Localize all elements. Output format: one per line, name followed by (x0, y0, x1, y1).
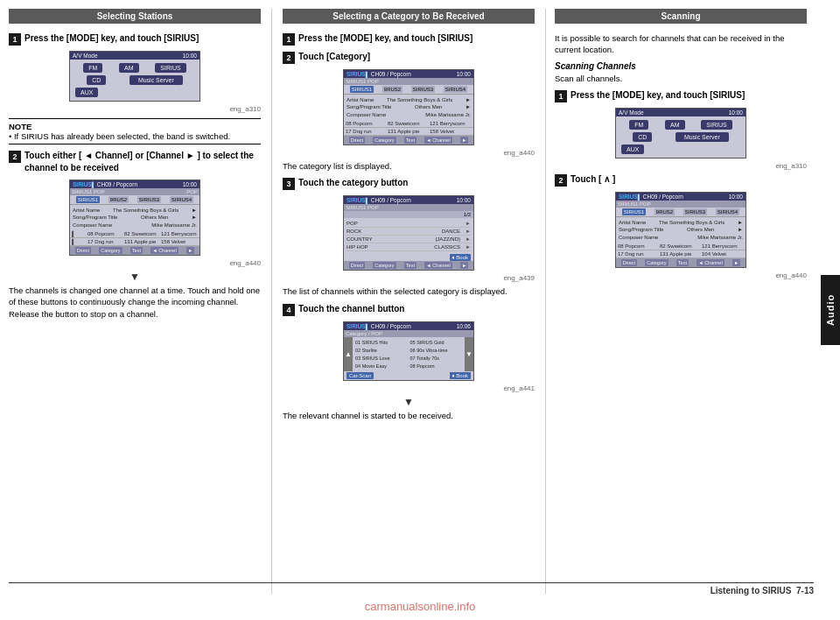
col1-caption2: eng_a440 (9, 259, 261, 267)
col3-step1-num: 1 (555, 90, 567, 102)
col1-note-bullet: • If SIRIUS has already been selected, t… (9, 131, 261, 141)
col3-step2-text: Touch [ ∧ ] (570, 173, 615, 186)
col2-body1: The category list is displayed. (283, 160, 535, 172)
col2-step4: 4 Touch the channel button (283, 303, 535, 316)
col1-step2: 2 Touch either [ ◄ Channel] or [Channel … (9, 150, 261, 174)
nav-down[interactable]: ▼ (465, 337, 473, 371)
rv3-btn-aux[interactable]: AUX (621, 144, 644, 154)
audio-tab-label: Audio (825, 294, 836, 326)
col2-step1-text: Press the [MODE] key, and touch [SIRIUS] (298, 32, 472, 45)
col1-header: Selecting Stations (9, 9, 261, 24)
divider-2 (545, 9, 546, 594)
sirius-info-row2: Song/Program Title Others Men ► (73, 214, 197, 221)
footer-text: Listening to SIRIUS 7-13 (710, 586, 814, 595)
col1-step1-text: Press the [MODE] key, and touch [SIRIUS] (24, 32, 199, 45)
rv-mode-screen-1: A/V Mode 10:00 FM AM SIRIUS CD Music Ser… (69, 51, 200, 102)
col2-step3: 3 Touch the category button (283, 177, 535, 190)
col3-caption1: eng_a310 (555, 162, 807, 170)
sirius-channels-1: SIRIUS1 9RUS2 SIRIUS3 SIRIUS4 (70, 195, 200, 205)
rv-btn-music[interactable]: Music Server (130, 75, 183, 85)
btn-direct[interactable]: Direct (75, 247, 91, 254)
rv-btn-am[interactable]: AM (119, 63, 139, 73)
scanning-channels-title: Scanning Channels (555, 61, 807, 71)
sirius-row-1: ▌ 08 Popcorn 82 Sweetcorn 121 Berryscorn (70, 230, 200, 238)
col2-step2-num: 2 (283, 52, 295, 64)
rv3-btn-music[interactable]: Music Server (676, 132, 729, 142)
btn-book[interactable]: ♦ Book (450, 254, 471, 261)
cat-pop[interactable]: POP► (346, 220, 471, 228)
btn-cat-scan[interactable]: Cat-Scan (346, 372, 374, 379)
footer: Listening to SIRIUS 7-13 (9, 582, 814, 595)
col-selecting-category: Selecting a Category to Be Received 1 Pr… (276, 9, 542, 594)
sirius-rows-1: ▌ 08 Popcorn 82 Sweetcorn 121 Berryscorn… (70, 230, 200, 246)
col2-arrow: ▼ (283, 396, 535, 408)
col1-note: NOTE • If SIRIUS has already been select… (9, 118, 261, 144)
rv3-btn-sirius[interactable]: SIRIUS (701, 120, 732, 130)
col2-caption3: eng_a441 (283, 384, 535, 392)
category-list: POP► ROCKDANCE► COUNTRY(JAZZ/ND)► HIP HO… (344, 218, 473, 253)
col2-step1-num: 1 (283, 33, 295, 46)
divider-1 (271, 9, 272, 594)
rv3-btn-am[interactable]: AM (665, 120, 685, 130)
category-screen: SIRIUS▌ CH09 / Popcorn 10:00 SIRIUS1 POP… (343, 195, 474, 271)
sirius-bottom-1: Direct Category Text ◄ Channel ► (70, 246, 200, 255)
col1-note-title: NOTE (9, 122, 261, 131)
rv-title: A/V Mode (73, 53, 98, 59)
rv-btn-aux[interactable]: AUX (75, 88, 98, 97)
rv-mode-screen-3: A/V Mode 10:00 FM AM SIRIUS CD Music Ser… (615, 108, 746, 159)
col1-body1: The channels is changed one channel at a… (9, 285, 261, 320)
sirius-screen-1: SIRIUS▌ CH09 / Popcorn 10:00 SIRIUS1 POP… (69, 180, 200, 256)
cat-rock[interactable]: ROCKDANCE► (346, 228, 471, 236)
col2-step4-text: Touch the channel button (298, 303, 404, 315)
col2-step3-text: Touch the category button (298, 177, 408, 189)
channel-list-screen: SIRIUS▌ CH09 / Popcorn 10:06 Category / … (343, 321, 474, 381)
col2-step4-num: 4 (283, 304, 295, 316)
col3-step1: 1 Press the [MODE] key, and touch [SIRIU… (555, 89, 807, 102)
rv3-btn-cd[interactable]: CD (633, 132, 652, 142)
btn-text[interactable]: Text (130, 247, 143, 254)
sirius-band-row: SIRIUS1 POP POP (70, 188, 200, 195)
btn-book-2[interactable]: ♦ Book (450, 372, 471, 379)
sirius-time-1: 10:00 (183, 181, 197, 187)
col2-header: Selecting a Category to Be Received (283, 9, 535, 24)
ch-sirius4[interactable]: SIRIUS4 (170, 196, 193, 203)
btn-channel-right[interactable]: ► (186, 247, 194, 254)
col2-step2: 2 Touch [Category] (283, 51, 535, 64)
btn-category[interactable]: Category (99, 247, 122, 254)
ch-sirius3[interactable]: SIRIUS3 (137, 196, 161, 203)
col3-step2: 2 Touch [ ∧ ] (555, 173, 807, 187)
cat-count: 1/2 (344, 211, 473, 218)
sirius-signal: ▌ (92, 182, 95, 187)
col2-body3: The relevant channel is started to be re… (283, 410, 535, 421)
nav-up[interactable]: ▲ (344, 337, 353, 371)
col1-arrow: ▼ (9, 271, 261, 283)
rv-time: 10:00 (183, 53, 197, 59)
rv-btn-sirius[interactable]: SIRIUS (155, 63, 186, 73)
col-selecting-stations: Selecting Stations 1 Press the [MODE] ke… (9, 9, 268, 594)
btn-channel-left[interactable]: ◄ Channel (150, 247, 178, 254)
sirius-screen-col3-2: SIRIUS▌ CH09 / Popcorn 10:00 SIRIUS1 POP… (615, 192, 746, 268)
cat-country[interactable]: COUNTRY(JAZZ/ND)► (346, 236, 471, 243)
col1-step1: 1 Press the [MODE] key, and touch [SIRIU… (9, 32, 261, 46)
page-container: Audio Selecting Stations 1 Press the [MO… (0, 0, 840, 620)
col-scanning: Scanning It is possible to search for ch… (550, 9, 814, 594)
col2-step1: 1 Press the [MODE] key, and touch [SIRIU… (283, 32, 535, 46)
rv-btn-fm[interactable]: FM (83, 63, 102, 73)
col2-step3-num: 3 (283, 178, 295, 190)
rv3-btn-fm[interactable]: FM (629, 120, 648, 130)
col3-step2-num: 2 (555, 174, 567, 187)
col2-body2: The list of channels within the selected… (283, 285, 535, 297)
cat-hiphop[interactable]: HIP HOPCLASSICS► (346, 243, 471, 251)
col1-step2-text: Touch either [ ◄ Channel] or [Channel ► … (24, 150, 261, 174)
col2-step2-text: Touch [Category] (298, 51, 370, 63)
ch-sirius2[interactable]: 9RUS2 (108, 196, 129, 203)
sirius-info-row1: Artist Name The Something Boys & Girls ► (73, 207, 197, 214)
col3-step1-text: Press the [MODE] key, and touch [SIRIUS] (570, 89, 745, 102)
ch-sirius1[interactable]: SIRIUS1 (76, 196, 100, 203)
rv-btn-cd[interactable]: CD (87, 75, 106, 85)
col3-header: Scanning (555, 9, 807, 24)
sirius-top-1: SIRIUS▌ CH09 / Popcorn 10:00 (70, 180, 200, 188)
channel-grid: 01 SIRIUS Hits 05 SIRIUS Gold 02 Starlit… (353, 337, 465, 371)
col2-caption2: eng_a439 (283, 274, 535, 282)
channel-nav: ▲ 01 SIRIUS Hits 05 SIRIUS Gold 02 Starl… (344, 337, 473, 371)
